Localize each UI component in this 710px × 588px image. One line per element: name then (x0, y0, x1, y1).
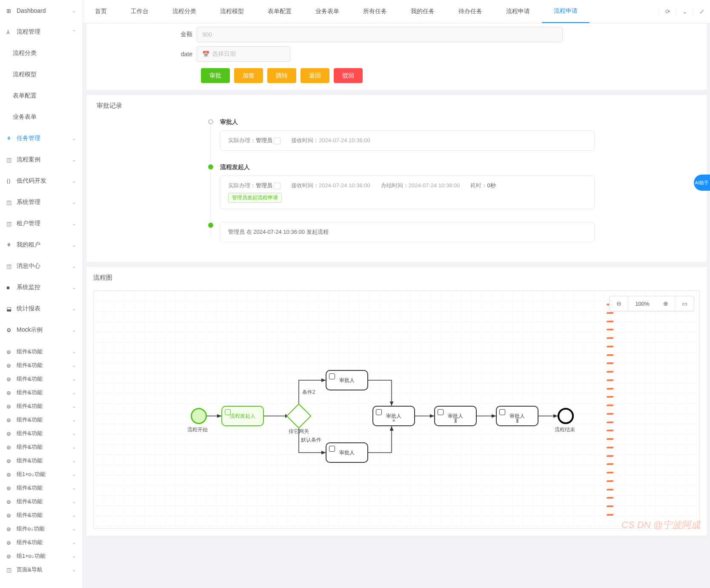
tab-6[interactable]: 所有任务 (351, 0, 399, 23)
action-btn-1[interactable]: 加签 (234, 68, 263, 83)
sidebar-item-8[interactable]: ⟨⟩低代码开发⌄ (0, 170, 83, 192)
action-btn-0[interactable]: 审批 (201, 68, 230, 83)
initiator-node[interactable]: 流程发起人 (221, 406, 264, 426)
fullscreen-icon[interactable]: ⤢ (693, 8, 710, 15)
sidebar-extra-14[interactable]: ⊜组件&功能⌄ (0, 536, 83, 549)
sidebar-extra-16[interactable]: ◫页面&导航⌄ (0, 563, 83, 577)
tab-8[interactable]: 待办任务 (447, 0, 494, 23)
chevron-icon: ⌄ (72, 221, 76, 227)
sidebar-extra-13[interactable]: ⊜组件o↓功能⌄ (0, 522, 83, 536)
menu-icon: ◫ (6, 221, 13, 227)
tab-5[interactable]: 业务表单 (303, 0, 351, 23)
sidebar-label: 组1+o↓功能 (17, 470, 72, 478)
bpmn-diagram[interactable]: ⊖ 100% ⊕ ▭ 流程开始 流程发起人 (93, 290, 700, 529)
sidebar-extra-11[interactable]: ⊜组件&功能⌄ (0, 495, 83, 508)
sidebar-extra-8[interactable]: ⊜组件&功能⌄ (0, 454, 83, 468)
timeline-title: 审批人 (220, 118, 696, 126)
chevron-icon: ⌄ (72, 284, 76, 290)
sidebar-extra-4[interactable]: ⊜组件&功能⌄ (0, 399, 83, 413)
approver-node-top[interactable]: 审批人 (326, 370, 368, 390)
sidebar-extra-7[interactable]: ⊜组件&功能⌄ (0, 440, 83, 454)
sidebar-item-11[interactable]: ⚘我的租户⌄ (0, 234, 83, 255)
chevron-icon: ⌄ (72, 376, 76, 382)
sidebar-extra-2[interactable]: ⊜组件&功能⌄ (0, 372, 83, 386)
chevron-icon: ⌄ (72, 157, 76, 163)
sidebar-extra-6[interactable]: ⊜组件&功能⌄ (0, 427, 83, 440)
date-label: date (97, 51, 197, 57)
dropdown-icon[interactable]: ⌄ (676, 8, 693, 15)
sidebar-item-4[interactable]: 表单配置 (0, 85, 83, 106)
tab-2[interactable]: 流程分类 (160, 0, 208, 23)
tab-4[interactable]: 表单配置 (256, 0, 303, 23)
sidebar-item-0[interactable]: ⊞Dashboard⌄ (0, 0, 83, 21)
sidebar-item-5[interactable]: 业务表单 (0, 106, 83, 128)
sidebar-label: 组件&功能 (17, 375, 72, 383)
timeline-item-2: 管理员 在 2024-07-24 10:36:00 发起流程 (207, 222, 696, 242)
sidebar-item-12[interactable]: ◫消息中心⌄ (0, 255, 83, 277)
approval-panel: 审批记录 审批人实际办理：管理员接收时间：2024-07-24 10:36:00… (86, 95, 707, 262)
reload-icon[interactable]: ⟳ (659, 8, 676, 15)
chevron-icon: ⌄ (72, 567, 76, 573)
sidebar-extra-1[interactable]: ⊜组件&功能⌄ (0, 359, 83, 372)
sidebar-extra-9[interactable]: ⊜组1+o↓功能⌄ (0, 468, 83, 481)
sidebar-item-14[interactable]: ⬓统计报表⌄ (0, 298, 83, 319)
sidebar-item-3[interactable]: 流程模型 (0, 64, 83, 85)
decoration-marks (607, 304, 614, 516)
action-btn-4[interactable]: 驳回 (334, 68, 363, 83)
sidebar-item-6[interactable]: ⚘任务管理⌄ (0, 128, 83, 149)
start-label: 流程开始 (187, 426, 208, 433)
sidebar-item-7[interactable]: ◫流程案例⌄ (0, 149, 83, 170)
tab-1[interactable]: 工作台 (119, 0, 160, 23)
sidebar-item-13[interactable]: ■系统监控⌄ (0, 277, 83, 298)
sidebar-extra-3[interactable]: ⊜组件&功能⌄ (0, 386, 83, 399)
tab-7[interactable]: 我的任务 (399, 0, 447, 23)
gateway-node[interactable] (286, 403, 311, 428)
timeline-item-1: 流程发起人实际办理：管理员接收时间：2024-07-24 10:36:00办结时… (207, 163, 696, 209)
menu-icon: ⅄ (6, 29, 13, 35)
action-btn-3[interactable]: 退回 (301, 68, 329, 83)
approver-node-bottom[interactable]: 审批人 (326, 442, 368, 463)
ai-assistant-button[interactable]: AI助手 (694, 175, 710, 191)
sidebar: ⊞Dashboard⌄⅄流程管理⌃流程分类流程模型表单配置业务表单⚘任务管理⌄◫… (0, 0, 83, 588)
sidebar-item-1[interactable]: ⅄流程管理⌃ (0, 21, 83, 43)
approver-node-2[interactable]: 审批人≡ (372, 406, 415, 426)
chevron-icon: ⌄ (72, 417, 76, 423)
sidebar-label: 组件&功能 (17, 402, 72, 410)
sidebar-label: 组件&功能 (17, 484, 72, 492)
menu-icon: ⊜ (6, 390, 13, 396)
sidebar-extra-12[interactable]: ⊜组件&功能⌄ (0, 508, 83, 522)
approver-node-3[interactable]: 审批人||| (434, 406, 477, 426)
sidebar-item-9[interactable]: ◫系统管理⌄ (0, 192, 83, 213)
date-input[interactable]: 📅 选择日期 (197, 46, 290, 62)
tab-0[interactable]: 首页 (83, 0, 119, 23)
end-node[interactable] (558, 408, 574, 424)
chevron-icon: ⌄ (72, 263, 76, 269)
sidebar-item-10[interactable]: ◫租户管理⌄ (0, 213, 83, 234)
action-btn-2[interactable]: 跳转 (267, 68, 296, 83)
sidebar-extra-0[interactable]: ⊜组件&功能⌄ (0, 345, 83, 359)
menu-icon: ◫ (6, 263, 13, 270)
end-label: 流程结束 (555, 426, 575, 433)
sidebar-extra-5[interactable]: ⊜组件&功能⌄ (0, 413, 83, 427)
tab-10[interactable]: 流程申请 (542, 0, 590, 23)
tab-9[interactable]: 流程申请 (494, 0, 542, 23)
start-node[interactable] (191, 408, 207, 424)
sidebar-extra-15[interactable]: ⊜组1+o↓功能⌄ (0, 549, 83, 563)
tab-3[interactable]: 流程模型 (208, 0, 256, 23)
chevron-icon: ⌄ (72, 430, 76, 436)
sidebar-item-2[interactable]: 流程分类 (0, 43, 83, 64)
sidebar-label: 消息中心 (17, 262, 72, 270)
sidebar-label: 组件&功能 (17, 511, 72, 519)
fit-icon[interactable]: ▭ (675, 296, 694, 311)
menu-icon: ⊜ (6, 349, 13, 355)
sidebar-label: 组件o↓功能 (17, 525, 72, 533)
chevron-icon: ⌄ (72, 499, 76, 505)
approver-node-4[interactable]: 审批人||| (496, 406, 538, 426)
cond2-label: 条件2 (302, 389, 315, 396)
sidebar-extra-10[interactable]: ⊜组件&功能⌄ (0, 481, 83, 495)
sidebar-item-15[interactable]: ⚙Mock示例⌄ (0, 319, 83, 341)
chevron-icon: ⌄ (72, 390, 76, 396)
zoom-out-icon[interactable]: ⊖ (610, 296, 628, 311)
zoom-in-icon[interactable]: ⊕ (656, 296, 675, 311)
amount-input[interactable]: 900 (197, 27, 563, 42)
